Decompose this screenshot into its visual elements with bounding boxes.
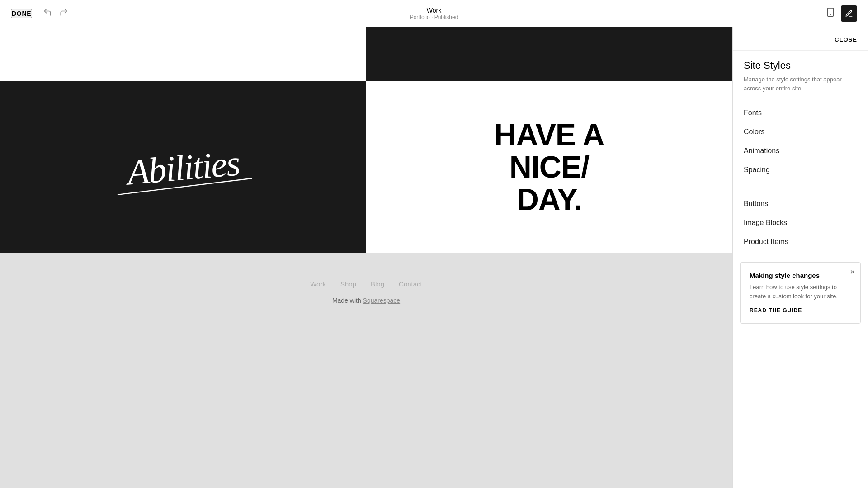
topbar-center: Work Portfolio · Published <box>410 7 458 20</box>
topbar-right <box>826 5 857 22</box>
footer-nav-shop[interactable]: Shop <box>340 280 356 288</box>
side-panel: CLOSE Site Styles Manage the style setti… <box>732 27 868 488</box>
footer-made-with: Made with Squarespace <box>9 297 723 304</box>
panel-close-area: CLOSE <box>733 27 868 51</box>
portfolio-main-row: Abilities HAVE A NICE/ DAY. <box>0 81 732 253</box>
havenice-text: HAVE A NICE/ DAY. <box>494 119 604 216</box>
top-left-cell <box>0 27 366 81</box>
panel-header: Site Styles Manage the style settings th… <box>733 51 868 100</box>
panel-section-typography: Fonts Colors Animations Spacing <box>733 100 868 183</box>
tooltip-title: Making style changes <box>750 272 851 279</box>
page-subtitle: Portfolio · Published <box>410 14 458 20</box>
page-title: Work <box>410 7 458 14</box>
mobile-preview-icon[interactable] <box>826 7 835 19</box>
portfolio-top-row <box>0 27 732 81</box>
done-button[interactable]: DONE <box>11 9 32 18</box>
panel-item-fonts[interactable]: Fonts <box>744 103 857 122</box>
abilities-svg: Abilities <box>88 130 278 202</box>
svg-text:Abilities: Abilities <box>123 143 241 192</box>
panel-item-image-blocks[interactable]: Image Blocks <box>744 213 857 232</box>
footer-nav: Work Shop Blog Contact <box>9 280 723 288</box>
footer-area: Work Shop Blog Contact Made with Squares… <box>0 253 732 322</box>
panel-description: Manage the style settings that appear ac… <box>744 75 857 93</box>
footer-nav-work[interactable]: Work <box>310 280 326 288</box>
style-editor-icon[interactable] <box>841 5 857 22</box>
squarespace-link[interactable]: Squarespace <box>363 297 401 304</box>
topbar: DONE Work Portfolio · Published <box>0 0 868 27</box>
canvas-area[interactable]: Abilities HAVE A NICE/ DAY. Work Shop Bl… <box>0 27 732 488</box>
top-right-cell <box>366 27 732 81</box>
panel-divider <box>733 187 868 187</box>
footer-nav-blog[interactable]: Blog <box>371 280 384 288</box>
abilities-cell: Abilities <box>0 81 366 253</box>
panel-item-product-items[interactable]: Product Items <box>744 232 857 251</box>
panel-item-buttons[interactable]: Buttons <box>744 194 857 213</box>
panel-item-spacing[interactable]: Spacing <box>744 160 857 179</box>
undo-redo-group <box>41 6 70 21</box>
tooltip-close-button[interactable]: × <box>850 268 855 276</box>
undo-button[interactable] <box>41 6 54 21</box>
havenice-cell: HAVE A NICE/ DAY. <box>366 81 732 253</box>
close-button[interactable]: CLOSE <box>835 36 857 43</box>
tooltip-description: Learn how to use style settings to creat… <box>750 283 851 300</box>
footer-nav-contact[interactable]: Contact <box>399 280 422 288</box>
redo-button[interactable] <box>57 6 70 21</box>
panel-section-components: Buttons Image Blocks Product Items <box>733 191 868 255</box>
read-guide-link[interactable]: READ THE GUIDE <box>750 307 802 314</box>
panel-item-colors[interactable]: Colors <box>744 122 857 141</box>
panel-title: Site Styles <box>744 60 857 71</box>
panel-item-animations[interactable]: Animations <box>744 141 857 160</box>
topbar-left: DONE <box>11 6 70 21</box>
tooltip-card: × Making style changes Learn how to use … <box>740 262 861 324</box>
main-layout: Abilities HAVE A NICE/ DAY. Work Shop Bl… <box>0 27 868 488</box>
